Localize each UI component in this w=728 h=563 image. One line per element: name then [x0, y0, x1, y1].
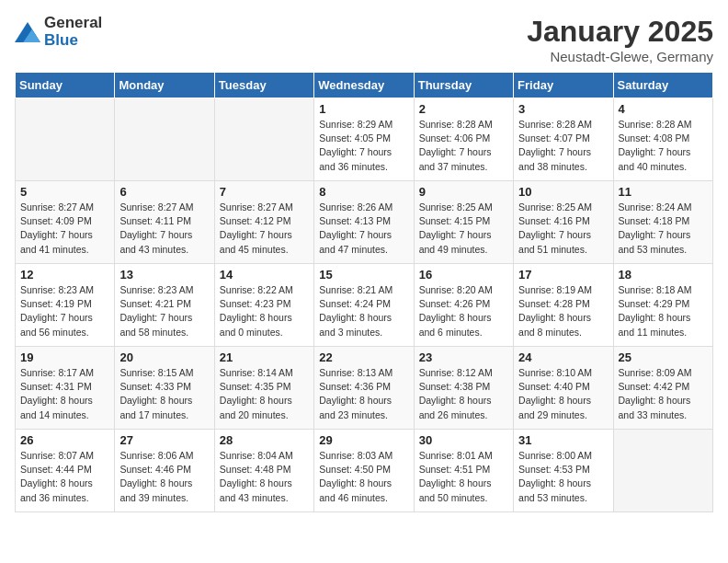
day-info: Sunrise: 8:10 AMSunset: 4:40 PMDaylight:…: [518, 366, 608, 422]
weekday-header-tuesday: Tuesday: [214, 73, 313, 98]
day-info: Sunrise: 8:18 AMSunset: 4:29 PMDaylight:…: [619, 283, 708, 339]
day-number: 27: [119, 433, 209, 447]
logo-general: General: [44, 15, 102, 32]
weekday-header-saturday: Saturday: [613, 73, 712, 98]
day-cell: 1Sunrise: 8:29 AMSunset: 4:05 PMDaylight…: [314, 98, 414, 181]
day-cell: 19Sunrise: 8:17 AMSunset: 4:31 PMDayligh…: [16, 347, 115, 430]
day-cell: 14Sunrise: 8:22 AMSunset: 4:23 PMDayligh…: [214, 264, 313, 347]
calendar-title: January 2025: [527, 15, 713, 49]
day-cell: 6Sunrise: 8:27 AMSunset: 4:11 PMDaylight…: [115, 181, 214, 264]
day-cell: 13Sunrise: 8:23 AMSunset: 4:21 PMDayligh…: [115, 264, 214, 347]
day-number: 23: [419, 350, 508, 364]
day-info: Sunrise: 8:27 AMSunset: 4:11 PMDaylight:…: [119, 201, 209, 257]
day-cell: 22Sunrise: 8:13 AMSunset: 4:36 PMDayligh…: [314, 347, 414, 430]
day-cell: 16Sunrise: 8:20 AMSunset: 4:26 PMDayligh…: [414, 264, 513, 347]
week-row-1: 1Sunrise: 8:29 AMSunset: 4:05 PMDaylight…: [16, 98, 713, 181]
day-cell: 24Sunrise: 8:10 AMSunset: 4:40 PMDayligh…: [514, 347, 613, 430]
day-info: Sunrise: 8:13 AMSunset: 4:36 PMDaylight:…: [319, 366, 408, 422]
day-number: 28: [220, 433, 309, 447]
weekday-header-friday: Friday: [514, 73, 613, 98]
day-cell: 15Sunrise: 8:21 AMSunset: 4:24 PMDayligh…: [314, 264, 414, 347]
day-number: 26: [20, 433, 109, 447]
day-number: 17: [518, 268, 608, 282]
week-row-4: 19Sunrise: 8:17 AMSunset: 4:31 PMDayligh…: [16, 347, 713, 430]
day-info: Sunrise: 8:12 AMSunset: 4:38 PMDaylight:…: [419, 366, 508, 422]
day-cell: [115, 98, 214, 181]
week-row-2: 5Sunrise: 8:27 AMSunset: 4:09 PMDaylight…: [16, 181, 713, 264]
day-number: 18: [619, 268, 708, 282]
day-number: 15: [319, 268, 408, 282]
day-number: 19: [20, 350, 109, 364]
day-cell: 21Sunrise: 8:14 AMSunset: 4:35 PMDayligh…: [214, 347, 313, 430]
day-cell: 9Sunrise: 8:25 AMSunset: 4:15 PMDaylight…: [414, 181, 513, 264]
calendar-table: SundayMondayTuesdayWednesdayThursdayFrid…: [15, 72, 713, 512]
weekday-header-monday: Monday: [115, 73, 214, 98]
day-info: Sunrise: 8:23 AMSunset: 4:19 PMDaylight:…: [20, 283, 109, 339]
day-info: Sunrise: 8:20 AMSunset: 4:26 PMDaylight:…: [419, 283, 508, 339]
day-number: 10: [518, 185, 608, 199]
day-info: Sunrise: 8:23 AMSunset: 4:21 PMDaylight:…: [119, 283, 209, 339]
day-cell: 4Sunrise: 8:28 AMSunset: 4:08 PMDaylight…: [613, 98, 712, 181]
day-cell: 11Sunrise: 8:24 AMSunset: 4:18 PMDayligh…: [613, 181, 712, 264]
day-cell: 28Sunrise: 8:04 AMSunset: 4:48 PMDayligh…: [214, 430, 313, 512]
day-cell: 12Sunrise: 8:23 AMSunset: 4:19 PMDayligh…: [16, 264, 115, 347]
week-row-3: 12Sunrise: 8:23 AMSunset: 4:19 PMDayligh…: [16, 264, 713, 347]
day-info: Sunrise: 8:28 AMSunset: 4:07 PMDaylight:…: [518, 118, 608, 174]
day-number: 22: [319, 350, 408, 364]
day-cell: 31Sunrise: 8:00 AMSunset: 4:53 PMDayligh…: [514, 430, 613, 512]
day-info: Sunrise: 8:25 AMSunset: 4:15 PMDaylight:…: [419, 201, 508, 257]
logo-blue: Blue: [44, 32, 102, 50]
day-cell: 17Sunrise: 8:19 AMSunset: 4:28 PMDayligh…: [514, 264, 613, 347]
day-cell: 20Sunrise: 8:15 AMSunset: 4:33 PMDayligh…: [115, 347, 214, 430]
day-info: Sunrise: 8:00 AMSunset: 4:53 PMDaylight:…: [518, 449, 608, 505]
day-cell: 18Sunrise: 8:18 AMSunset: 4:29 PMDayligh…: [613, 264, 712, 347]
day-number: 14: [220, 268, 309, 282]
day-number: 30: [419, 433, 508, 447]
day-info: Sunrise: 8:26 AMSunset: 4:13 PMDaylight:…: [319, 201, 408, 257]
day-info: Sunrise: 8:09 AMSunset: 4:42 PMDaylight:…: [619, 366, 708, 422]
logo-icon: [15, 22, 40, 42]
day-number: 13: [119, 268, 209, 282]
day-cell: 26Sunrise: 8:07 AMSunset: 4:44 PMDayligh…: [16, 430, 115, 512]
day-cell: [613, 430, 712, 512]
calendar-subtitle: Neustadt-Glewe, Germany: [527, 49, 713, 64]
day-cell: 8Sunrise: 8:26 AMSunset: 4:13 PMDaylight…: [314, 181, 414, 264]
day-cell: 5Sunrise: 8:27 AMSunset: 4:09 PMDaylight…: [16, 181, 115, 264]
day-info: Sunrise: 8:01 AMSunset: 4:51 PMDaylight:…: [419, 449, 508, 505]
day-number: 24: [518, 350, 608, 364]
weekday-row: SundayMondayTuesdayWednesdayThursdayFrid…: [16, 73, 713, 98]
day-info: Sunrise: 8:22 AMSunset: 4:23 PMDaylight:…: [220, 283, 309, 339]
day-info: Sunrise: 8:29 AMSunset: 4:05 PMDaylight:…: [319, 118, 408, 174]
day-cell: 10Sunrise: 8:25 AMSunset: 4:16 PMDayligh…: [514, 181, 613, 264]
day-cell: [214, 98, 313, 181]
day-cell: 30Sunrise: 8:01 AMSunset: 4:51 PMDayligh…: [414, 430, 513, 512]
day-info: Sunrise: 8:19 AMSunset: 4:28 PMDaylight:…: [518, 283, 608, 339]
day-number: 16: [419, 268, 508, 282]
calendar-header: SundayMondayTuesdayWednesdayThursdayFrid…: [16, 73, 713, 98]
day-info: Sunrise: 8:15 AMSunset: 4:33 PMDaylight:…: [119, 366, 209, 422]
day-info: Sunrise: 8:25 AMSunset: 4:16 PMDaylight:…: [518, 201, 608, 257]
day-info: Sunrise: 8:24 AMSunset: 4:18 PMDaylight:…: [619, 201, 708, 257]
day-info: Sunrise: 8:28 AMSunset: 4:08 PMDaylight:…: [619, 118, 708, 174]
day-info: Sunrise: 8:27 AMSunset: 4:12 PMDaylight:…: [220, 201, 309, 257]
day-cell: 7Sunrise: 8:27 AMSunset: 4:12 PMDaylight…: [214, 181, 313, 264]
day-info: Sunrise: 8:07 AMSunset: 4:44 PMDaylight:…: [20, 449, 109, 505]
day-number: 31: [518, 433, 608, 447]
day-number: 2: [419, 102, 508, 116]
header: General Blue January 2025 Neustadt-Glewe…: [15, 15, 713, 64]
weekday-header-sunday: Sunday: [16, 73, 115, 98]
weekday-header-thursday: Thursday: [414, 73, 513, 98]
weekday-header-wednesday: Wednesday: [314, 73, 414, 98]
day-number: 20: [119, 350, 209, 364]
day-info: Sunrise: 8:03 AMSunset: 4:50 PMDaylight:…: [319, 449, 408, 505]
day-number: 1: [319, 102, 408, 116]
day-number: 21: [220, 350, 309, 364]
week-row-5: 26Sunrise: 8:07 AMSunset: 4:44 PMDayligh…: [16, 430, 713, 512]
day-info: Sunrise: 8:14 AMSunset: 4:35 PMDaylight:…: [220, 366, 309, 422]
day-cell: [16, 98, 115, 181]
day-cell: 3Sunrise: 8:28 AMSunset: 4:07 PMDaylight…: [514, 98, 613, 181]
logo: General Blue: [15, 15, 102, 49]
day-cell: 23Sunrise: 8:12 AMSunset: 4:38 PMDayligh…: [414, 347, 513, 430]
day-info: Sunrise: 8:21 AMSunset: 4:24 PMDaylight:…: [319, 283, 408, 339]
day-number: 11: [619, 185, 708, 199]
